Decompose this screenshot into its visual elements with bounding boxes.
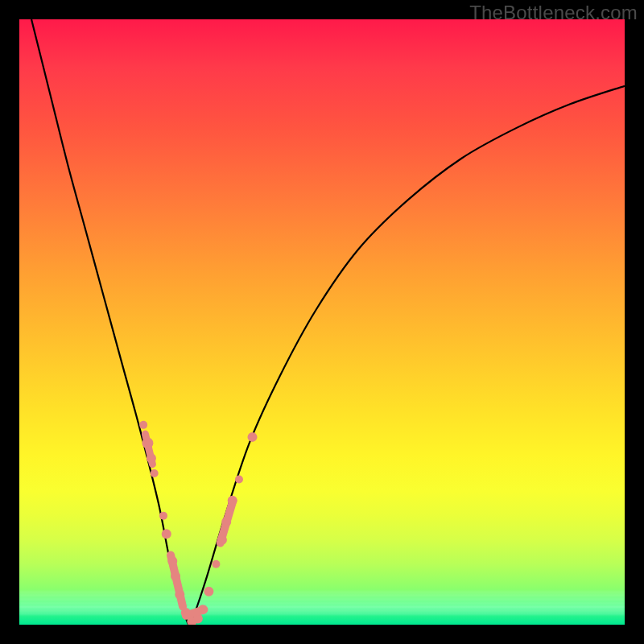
curve-marker (212, 560, 220, 568)
watermark-text: TheBottleneck.com (469, 2, 638, 24)
bottleneck-curve (31, 19, 625, 625)
bottleneck-curve-svg (19, 19, 625, 625)
curve-marker (159, 512, 167, 520)
curve-marker (151, 469, 159, 477)
curve-marker (162, 529, 171, 539)
curve-marker-capsule (145, 434, 152, 464)
plot-area (19, 19, 625, 625)
curve-marker (248, 432, 258, 442)
curve-marker (139, 421, 147, 429)
marker-group (139, 421, 257, 625)
curve-marker (235, 476, 243, 484)
curve-marker (204, 587, 213, 597)
chart-frame: TheBottleneck.com (0, 0, 644, 644)
curve-marker-capsule (186, 609, 204, 616)
